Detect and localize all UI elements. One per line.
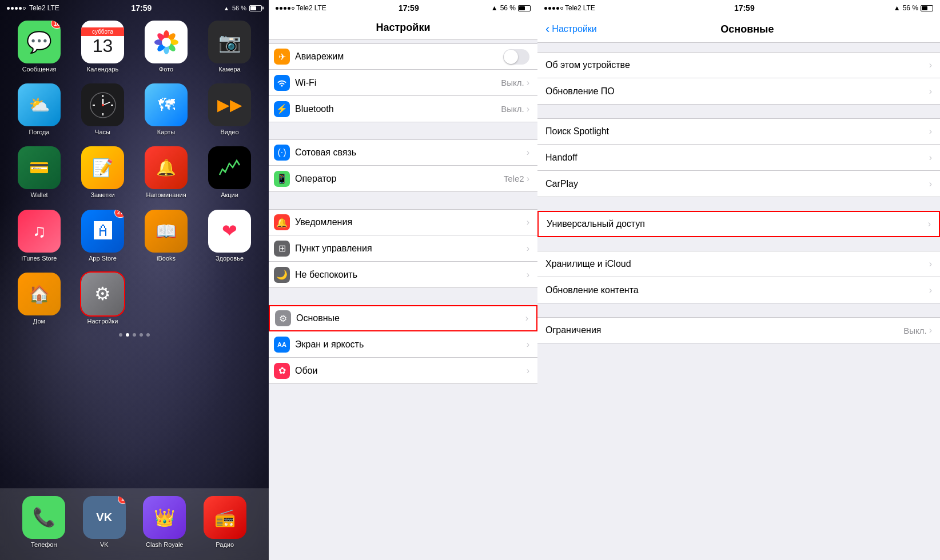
app-ibooks[interactable]: 📖 iBooks xyxy=(137,210,195,262)
settings-item-bluetooth[interactable]: ⚡ Bluetooth Выкл. › xyxy=(269,96,537,122)
camera-label: Камера xyxy=(218,66,240,73)
p3-group-accessibility: Универсальный доступ › xyxy=(537,211,940,237)
dock: 📞 Телефон VK 1 VK 👑 Clash Royale 📻 Радио xyxy=(0,489,269,560)
app-reminders[interactable]: 🔔 Напоминания xyxy=(137,146,195,199)
messages-icon: 💬 xyxy=(26,30,52,54)
app-weather[interactable]: ⛅ Погода xyxy=(10,83,68,136)
display-icon: AA xyxy=(274,337,290,353)
app-home[interactable]: 🏠 Дом xyxy=(10,273,68,325)
maps-label: Карты xyxy=(157,129,175,136)
app-calendar[interactable]: суббота 13 Календарь xyxy=(74,21,132,73)
app-camera[interactable]: 📷 Камера xyxy=(201,21,258,73)
app-clock[interactable]: Часы xyxy=(74,83,132,136)
settings-item-dnd[interactable]: 🌙 Не беспокоить › xyxy=(269,262,537,288)
appstore-badge: 27 xyxy=(114,210,124,218)
about-label: Об этом устройстве xyxy=(545,60,929,70)
about-chevron: › xyxy=(929,60,932,70)
iphone-homescreen: Tele2 LTE 17:59 ▲ 56 % 💬 18 Сообщения су… xyxy=(0,0,269,560)
settings-item-wallpaper[interactable]: ✿ Обои › xyxy=(269,358,537,384)
panel3-title: Основные xyxy=(597,23,898,35)
dock-radio[interactable]: 📻 Радио xyxy=(204,496,246,549)
video-icon: ▶▶ xyxy=(217,95,242,114)
p3-item-bgrefresh[interactable]: Обновление контента › xyxy=(537,277,940,303)
airplane-toggle[interactable] xyxy=(503,49,529,65)
controlcenter-label: Пункт управления xyxy=(295,243,527,254)
battery-fill xyxy=(250,6,256,10)
messages-label: Сообщения xyxy=(22,66,57,73)
back-button[interactable]: ‹ Настройки xyxy=(545,22,597,37)
p3-item-update[interactable]: Обновление ПО › xyxy=(537,78,940,105)
p3-item-about[interactable]: Об этом устройстве › xyxy=(537,52,940,78)
notifications-icon: 🔔 xyxy=(274,214,290,230)
p3-item-restrictions[interactable]: Ограничения Выкл. › xyxy=(537,317,940,343)
phone-icon: 📞 xyxy=(33,506,55,528)
app-maps[interactable]: 🗺 Карты xyxy=(137,83,195,136)
p3-item-spotlight[interactable]: Поиск Spotlight › xyxy=(537,118,940,145)
dnd-chevron: › xyxy=(527,270,529,280)
app-photos[interactable]: Фото xyxy=(137,21,195,73)
bluetooth-icon: ⚡ xyxy=(274,101,290,117)
back-label: Настройки xyxy=(552,24,596,34)
wallpaper-chevron: › xyxy=(527,366,529,376)
maps-icon: 🗺 xyxy=(158,95,175,115)
general-label: Основные xyxy=(296,313,525,323)
signal-dots xyxy=(7,7,26,10)
p2-battery-icon xyxy=(518,5,531,11)
appstore-icon: 🅰 xyxy=(94,221,112,242)
p2-carrier: Tele2 xyxy=(296,4,313,12)
p3-item-accessibility[interactable]: Универсальный доступ › xyxy=(537,211,940,237)
app-stocks[interactable]: Акции xyxy=(201,146,258,199)
dock-vk[interactable]: VK 1 VK xyxy=(83,496,126,549)
separator-3 xyxy=(269,288,537,302)
p3-battery-fill xyxy=(922,6,927,10)
dock-phone[interactable]: 📞 Телефон xyxy=(22,496,65,549)
display-label: Экран и яркость xyxy=(295,339,527,350)
settings-item-controlcenter[interactable]: ⊞ Пункт управления › xyxy=(269,235,537,262)
clock-label: Часы xyxy=(95,129,110,136)
settings-title-text: Настройки xyxy=(376,22,431,33)
accessibility-chevron: › xyxy=(928,219,931,229)
settings-item-notifications[interactable]: 🔔 Уведомления › xyxy=(269,209,537,235)
settings-item-operator[interactable]: 📱 Оператор Tele2 › xyxy=(269,166,537,192)
calendar-date: 13 xyxy=(93,36,113,56)
svg-point-18 xyxy=(102,104,104,106)
p3-item-handoff[interactable]: Handoff › xyxy=(537,145,940,171)
settings-item-general[interactable]: ⚙ Основные › xyxy=(269,305,537,331)
settings-item-cellular[interactable]: (·) Сотовая связь › xyxy=(269,139,537,166)
notifications-label: Уведомления xyxy=(295,217,527,227)
home-icon: 🏠 xyxy=(29,284,50,304)
app-notes[interactable]: 📝 Заметки xyxy=(74,146,132,199)
app-messages[interactable]: 💬 18 Сообщения xyxy=(10,21,68,73)
settings-group-network: (·) Сотовая связь › 📱 Оператор Tele2 › xyxy=(269,139,537,192)
messages-badge: 18 xyxy=(51,21,61,29)
app-itunes[interactable]: ♫ iTunes Store xyxy=(10,210,68,262)
app-appstore[interactable]: 🅰 27 App Store xyxy=(74,210,132,262)
handoff-chevron: › xyxy=(929,153,932,163)
app-video[interactable]: ▶▶ Видео xyxy=(201,83,258,136)
dnd-label: Не беспокоить xyxy=(295,270,527,280)
p3-item-storage[interactable]: Хранилище и iCloud › xyxy=(537,251,940,277)
dock-clash[interactable]: 👑 Clash Royale xyxy=(143,496,186,549)
settings-item-airplane[interactable]: ✈ Авиарежим xyxy=(269,43,537,70)
handoff-label: Handoff xyxy=(545,153,929,163)
svg-point-20 xyxy=(281,85,283,86)
app-health[interactable]: ❤ Здоровье xyxy=(201,210,258,262)
app-settings[interactable]: ⚙ Настройки xyxy=(74,273,132,325)
spotlight-chevron: › xyxy=(929,126,932,137)
ibooks-label: iBooks xyxy=(157,255,176,262)
app-wallet[interactable]: 💳 Wallet xyxy=(10,146,68,199)
p3-item-carplay[interactable]: CarPlay › xyxy=(537,171,940,197)
general-chevron: › xyxy=(525,313,528,323)
page-dot-4 xyxy=(140,333,143,337)
vk-icon: VK xyxy=(96,511,112,524)
general-icon: ⚙ xyxy=(275,310,291,326)
restrictions-chevron: › xyxy=(929,325,932,335)
page-dot-1 xyxy=(119,333,122,337)
bluetooth-label: Bluetooth xyxy=(295,104,501,114)
battery-icon xyxy=(249,5,262,11)
settings-item-wifi[interactable]: Wi-Fi Выкл. › xyxy=(269,70,537,96)
settings-item-display[interactable]: AA Экран и яркость › xyxy=(269,331,537,358)
settings-group-connectivity: ✈ Авиарежим Wi-Fi xyxy=(269,43,537,122)
stocks-icon xyxy=(217,155,242,181)
p2-time: 17:59 xyxy=(399,3,419,13)
